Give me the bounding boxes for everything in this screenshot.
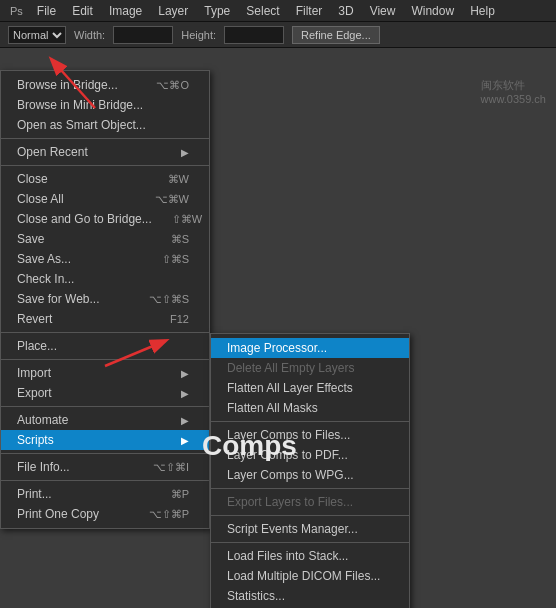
menu-file-open-smart-object[interactable]: Open as Smart Object... xyxy=(1,115,209,135)
menu-item-edit[interactable]: Edit xyxy=(64,2,101,20)
menu-file-print[interactable]: Print... ⌘P xyxy=(1,484,209,504)
scripts-events-manager[interactable]: Script Events Manager... xyxy=(211,519,409,539)
menu-item-type[interactable]: Type xyxy=(196,2,238,20)
menu-item-help[interactable]: Help xyxy=(462,2,503,20)
separator-1 xyxy=(1,138,209,139)
comps-label: Comps xyxy=(202,430,297,462)
scripts-export-layers: Export Layers to Files... xyxy=(211,492,409,512)
menu-file-place[interactable]: Place... xyxy=(1,336,209,356)
separator-5 xyxy=(1,406,209,407)
menu-bar: Ps File Edit Image Layer Type Select Fil… xyxy=(0,0,556,22)
menu-item-view[interactable]: View xyxy=(362,2,404,20)
separator-7 xyxy=(1,480,209,481)
watermark: 闽东软件www.0359.ch xyxy=(481,78,546,105)
scripts-load-files-stack[interactable]: Load Files into Stack... xyxy=(211,546,409,566)
scripts-layer-comps-wpg[interactable]: Layer Comps to WPG... xyxy=(211,465,409,485)
menu-file-browse-bridge[interactable]: Browse in Bridge... ⌥⌘O xyxy=(1,75,209,95)
scripts-sep-2 xyxy=(211,488,409,489)
menu-file-export[interactable]: Export ▶ xyxy=(1,383,209,403)
options-bar: Normal Width: Height: Refine Edge... xyxy=(0,22,556,48)
menu-file-close[interactable]: Close ⌘W xyxy=(1,169,209,189)
scripts-sep-1 xyxy=(211,421,409,422)
menu-file-automate[interactable]: Automate ▶ xyxy=(1,410,209,430)
file-menu-panel: Browse in Bridge... ⌥⌘O Browse in Mini B… xyxy=(0,70,210,529)
height-label: Height: xyxy=(181,29,216,41)
menu-item-window[interactable]: Window xyxy=(403,2,462,20)
menu-file-print-one-copy[interactable]: Print One Copy ⌥⇧⌘P xyxy=(1,504,209,524)
menu-item-3d[interactable]: 3D xyxy=(330,2,361,20)
menu-file-import[interactable]: Import ▶ xyxy=(1,363,209,383)
scripts-statistics[interactable]: Statistics... xyxy=(211,586,409,606)
width-label: Width: xyxy=(74,29,105,41)
scripts-flatten-masks[interactable]: Flatten All Masks xyxy=(211,398,409,418)
file-dropdown: Browse in Bridge... ⌥⌘O Browse in Mini B… xyxy=(0,70,210,529)
menu-file-close-all[interactable]: Close All ⌥⌘W xyxy=(1,189,209,209)
separator-4 xyxy=(1,359,209,360)
menu-file-save-for-web[interactable]: Save for Web... ⌥⇧⌘S xyxy=(1,289,209,309)
menu-file-check-in[interactable]: Check In... xyxy=(1,269,209,289)
scripts-image-processor[interactable]: Image Processor... xyxy=(211,338,409,358)
menu-item-filter[interactable]: Filter xyxy=(288,2,331,20)
menu-file-open-recent[interactable]: Open Recent ▶ xyxy=(1,142,209,162)
menu-file-revert[interactable]: Revert F12 xyxy=(1,309,209,329)
scripts-submenu-panel: Image Processor... Delete All Empty Laye… xyxy=(210,333,410,608)
scripts-sep-4 xyxy=(211,542,409,543)
scripts-delete-empty-layers: Delete All Empty Layers xyxy=(211,358,409,378)
width-input[interactable] xyxy=(113,26,173,44)
app-logo: Ps xyxy=(4,5,29,17)
menu-item-image[interactable]: Image xyxy=(101,2,150,20)
menu-file-browse-mini-bridge[interactable]: Browse in Mini Bridge... xyxy=(1,95,209,115)
menu-item-layer[interactable]: Layer xyxy=(150,2,196,20)
menu-item-file[interactable]: File xyxy=(29,2,64,20)
separator-6 xyxy=(1,453,209,454)
menu-file-close-go-bridge[interactable]: Close and Go to Bridge... ⇧⌘W xyxy=(1,209,209,229)
menu-file-scripts[interactable]: Scripts ▶ xyxy=(1,430,209,450)
height-input[interactable] xyxy=(224,26,284,44)
scripts-flatten-layer-effects[interactable]: Flatten All Layer Effects xyxy=(211,378,409,398)
scripts-sep-3 xyxy=(211,515,409,516)
menu-file-file-info[interactable]: File Info... ⌥⇧⌘I xyxy=(1,457,209,477)
mode-select[interactable]: Normal xyxy=(8,26,66,44)
menu-file-save-as[interactable]: Save As... ⇧⌘S xyxy=(1,249,209,269)
separator-2 xyxy=(1,165,209,166)
refine-edge-button[interactable]: Refine Edge... xyxy=(292,26,380,44)
separator-3 xyxy=(1,332,209,333)
menu-file-save[interactable]: Save ⌘S xyxy=(1,229,209,249)
menu-item-select[interactable]: Select xyxy=(238,2,287,20)
canvas-area: 闽东软件www.0359.ch Browse in Bridge... ⌥⌘O … xyxy=(0,48,556,608)
scripts-load-dicom[interactable]: Load Multiple DICOM Files... xyxy=(211,566,409,586)
